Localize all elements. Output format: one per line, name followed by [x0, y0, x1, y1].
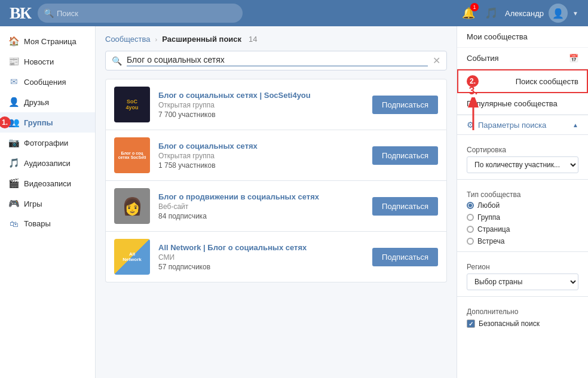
photos-icon: 📷	[8, 137, 19, 148]
result-item-3: 👩 Блог о продвижении в социальных сетях …	[105, 181, 447, 232]
type-section: Тип сообщества Любой Группа Страница Вст…	[457, 179, 588, 251]
sidebar-item-messages[interactable]: ✉ Сообщения	[0, 72, 95, 92]
shop-icon: 🛍	[8, 219, 19, 229]
games-icon: 🎮	[8, 198, 19, 209]
vk-logo[interactable]: ВК	[10, 4, 30, 23]
audio-icon: 🎵	[8, 158, 19, 168]
subscribe-button-1[interactable]: Подписаться	[372, 96, 438, 114]
result-name-1[interactable]: Блог о социальных сетях | SocSeti4you	[158, 91, 364, 100]
region-label: Регион	[467, 263, 578, 271]
subscribe-button-4[interactable]: Подписаться	[372, 248, 438, 266]
music-button[interactable]: 🎵	[485, 7, 498, 20]
sidebar-item-photos[interactable]: 📷 Фотографии	[0, 133, 95, 153]
result-item-1: SoC4you Блог о социальных сетях | SocSet…	[105, 79, 447, 130]
type-event[interactable]: Встреча	[467, 237, 578, 245]
search-clear-button[interactable]: ✕	[433, 55, 440, 66]
sidebar-item-my-page[interactable]: 🏠 Моя Страница	[0, 31, 95, 51]
safe-search-checkbox[interactable]: ✓ Безопасный поиск	[467, 319, 578, 328]
user-menu[interactable]: Александр 👤 ▼	[505, 4, 578, 23]
result-avatar-4: AllNetwork	[114, 239, 150, 275]
sidebar-label-news: Новости	[24, 57, 54, 66]
rp-menu-my-communities[interactable]: Мои сообщества	[457, 26, 588, 48]
step-3-annotation: 3.	[463, 85, 484, 133]
result-members-2: 1 758 участников	[158, 161, 364, 170]
user-avatar: 👤	[549, 4, 568, 23]
sidebar-item-audio[interactable]: 🎵 Аудиозаписи	[0, 153, 95, 173]
search-results: SoC4you Блог о социальных сетях | SocSet…	[105, 79, 447, 282]
result-members-4: 57 подписчиков	[158, 263, 364, 271]
result-type-1: Открытая группа	[158, 101, 364, 109]
result-info-2: Блог о социальных сетях Открытая группа …	[158, 142, 364, 170]
result-info-3: Блог о продвижении в социальных сетях Ве…	[158, 192, 364, 220]
breadcrumb-parent[interactable]: Сообщества	[105, 35, 151, 44]
region-select[interactable]: Выбор страны	[467, 273, 578, 290]
search-bar: 🔍 ✕	[105, 51, 447, 70]
sort-select[interactable]: По количеству участник...	[467, 156, 578, 173]
news-icon: 📰	[8, 56, 19, 67]
sidebar-item-shop[interactable]: 🛍 Товары	[0, 214, 95, 233]
result-members-1: 7 700 участников	[158, 110, 364, 119]
result-type-3: Веб-сайт	[158, 202, 364, 211]
topnav-icons: 🔔 1 🎵	[462, 7, 498, 20]
sidebar-item-groups[interactable]: 👥 Группы 1.	[0, 112, 95, 133]
notifications-button[interactable]: 🔔 1	[462, 7, 475, 20]
result-name-3[interactable]: Блог о продвижении в социальных сетях	[158, 192, 364, 201]
radio-any	[467, 202, 474, 209]
sidebar-item-games[interactable]: 🎮 Игры	[0, 193, 95, 214]
sidebar: 🏠 Моя Страница 📰 Новости ✉ Сообщения 👤 Д…	[0, 26, 96, 378]
sidebar-label-photos: Фотографии	[24, 139, 68, 147]
right-panel: Мои сообщества События 📅 2. Поиск сообще…	[457, 26, 588, 378]
type-any[interactable]: Любой	[467, 201, 578, 210]
search-icon: 🔍	[112, 56, 122, 66]
step-3-arrow	[463, 97, 484, 133]
type-page[interactable]: Страница	[467, 225, 578, 233]
rp-menu-events[interactable]: События 📅	[457, 48, 588, 69]
sidebar-item-friends[interactable]: 👤 Друзья	[0, 92, 95, 112]
sort-section: Сортировка По количеству участник...	[457, 134, 588, 179]
sidebar-label-audio: Аудиозаписи	[24, 159, 71, 168]
region-section: Регион Выбор страны	[457, 251, 588, 296]
sidebar-item-video[interactable]: 🎬 Видеозаписи	[0, 173, 95, 193]
sidebar-label-video: Видеозаписи	[24, 179, 71, 188]
subscribe-button-3[interactable]: Подписаться	[372, 197, 438, 216]
sidebar-item-news[interactable]: 📰 Новости	[0, 51, 95, 72]
sidebar-label-my-page: Моя Страница	[24, 37, 76, 46]
sort-label: Сортировка	[467, 146, 578, 154]
result-name-2[interactable]: Блог о социальных сетях	[158, 142, 364, 150]
extra-label: Дополнительно	[467, 308, 578, 316]
result-info-1: Блог о социальных сетях | SocSeti4you От…	[158, 91, 364, 119]
results-container: 3. SoC4you Блог о	[105, 79, 447, 282]
result-avatar-2: Блог о соц сетях SocSeti	[114, 137, 150, 173]
result-name-4[interactable]: All Network | Блог о социальных сетях	[158, 243, 364, 252]
sidebar-label-shop: Товары	[24, 219, 51, 228]
top-search-container: 🔍	[38, 4, 243, 23]
extra-section: Дополнительно ✓ Безопасный поиск	[457, 296, 588, 334]
messages-icon: ✉	[8, 76, 19, 87]
top-navigation: ВК 🔍 🔔 1 🎵 Александр 👤 ▼	[0, 0, 588, 26]
search-input[interactable]	[127, 55, 428, 66]
breadcrumb-current: Расширенный поиск	[162, 35, 241, 44]
sidebar-label-games: Игры	[24, 199, 42, 208]
events-icon: 📅	[569, 54, 578, 63]
video-icon: 🎬	[8, 178, 19, 189]
type-group[interactable]: Группа	[467, 213, 578, 222]
breadcrumb: Сообщества › Расширенный поиск 14	[105, 35, 447, 44]
result-type-4: СМИ	[158, 253, 364, 262]
subscribe-button-2[interactable]: Подписаться	[372, 146, 438, 165]
breadcrumb-separator: ›	[155, 36, 158, 43]
checkbox-safe: ✓	[467, 319, 475, 328]
breadcrumb-count: 14	[249, 35, 257, 44]
notification-badge: 1	[470, 3, 479, 11]
result-type-2: Открытая группа	[158, 152, 364, 160]
radio-page	[467, 226, 474, 233]
main-layout: 🏠 Моя Страница 📰 Новости ✉ Сообщения 👤 Д…	[0, 26, 588, 378]
radio-event	[467, 238, 474, 245]
main-content: Сообщества › Расширенный поиск 14 🔍 ✕ 3.	[96, 26, 457, 378]
home-icon: 🏠	[8, 36, 19, 47]
friends-icon: 👤	[8, 97, 19, 107]
sidebar-label-groups: Группы	[24, 118, 53, 127]
type-radio-group: Любой Группа Страница Встреча	[467, 201, 578, 245]
top-search-input[interactable]	[38, 4, 243, 23]
result-info-4: All Network | Блог о социальных сетях СМ…	[158, 243, 364, 271]
type-label: Тип сообщества	[467, 190, 578, 199]
